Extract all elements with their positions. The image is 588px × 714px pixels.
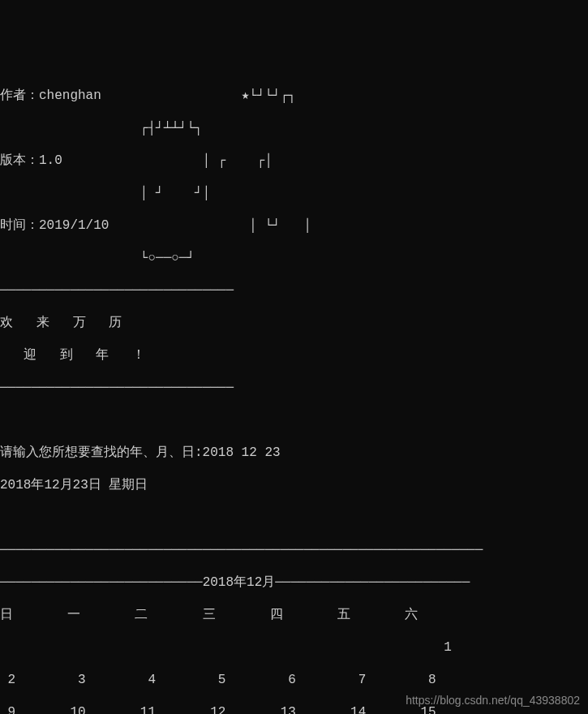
version-value: 1.0	[39, 153, 62, 168]
header-line: 作者：chenghan ★└┘└┘┌┐	[0, 88, 588, 104]
watermark-url: https://blog.csdn.net/qq_43938802	[406, 694, 580, 708]
welcome-text: 欢 来 万 历	[0, 315, 588, 331]
ascii-art: ★└┘└┘┌┐	[101, 88, 366, 103]
ascii-art-line: └○──○─┘	[0, 250, 588, 266]
welcome-text: 迎 到 年 ！	[0, 347, 588, 363]
blank-line	[0, 412, 588, 428]
divider: ──────────────────────────────	[0, 282, 588, 299]
divider: ──────────────────────────────	[0, 380, 588, 396]
author-label: 作者：	[0, 88, 39, 103]
calendar-row: 2 3 4 5 6 7 8	[0, 672, 588, 688]
version-label: 版本：	[0, 153, 39, 168]
time-label: 时间：	[0, 218, 39, 233]
header-line: 版本：1.0 │ ┌ ┌│	[0, 153, 588, 169]
blank-line	[0, 510, 588, 526]
ascii-art-line: ┌┤┘┴┴┘└┐	[0, 120, 588, 136]
calendar-header: ──────────────────────────2018年12月──────…	[0, 574, 588, 591]
author-value: chenghan	[39, 88, 101, 103]
calendar-divider: ────────────────────────────────────────…	[0, 542, 588, 558]
input-prompt: 请输入您所想要查找的年、月、日:2018 12 23	[0, 445, 588, 461]
weekday-header: 日 一 二 三 四 五 六	[0, 607, 588, 623]
header-line: 时间：2019/1/10 │ └┘ │	[0, 217, 588, 234]
terminal-output: 作者：chenghan ★└┘└┘┌┐ ┌┤┘┴┴┘└┐ 版本：1.0 │ ┌ …	[0, 65, 588, 714]
ascii-art: │ ┌ ┌│	[62, 153, 343, 168]
calendar-row: 1	[0, 639, 588, 656]
date-result: 2018年12月23日 星期日	[0, 477, 588, 493]
ascii-art-line: │ ┘ ┘│	[0, 185, 588, 201]
ascii-art: │ └┘ │	[109, 218, 381, 233]
time-value: 2019/1/10	[39, 218, 109, 233]
